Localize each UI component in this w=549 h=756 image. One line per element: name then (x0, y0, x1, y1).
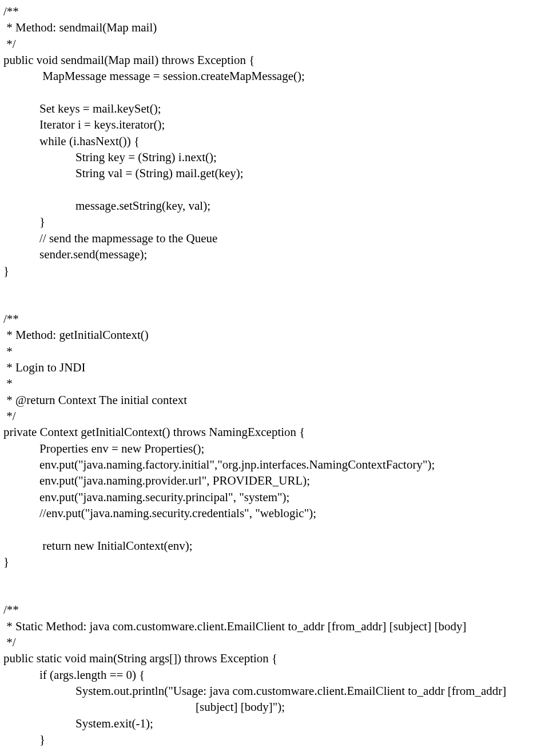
block-gap (3, 279, 546, 311)
code-block-getinitialcontext: /** * Method: getInitialContext() * * Lo… (3, 311, 546, 570)
block-gap (3, 570, 546, 602)
code-block-sendmail: /** * Method: sendmail(Map mail) */ publ… (3, 3, 546, 279)
code-block-main: /** * Static Method: java com.customware… (3, 602, 546, 756)
